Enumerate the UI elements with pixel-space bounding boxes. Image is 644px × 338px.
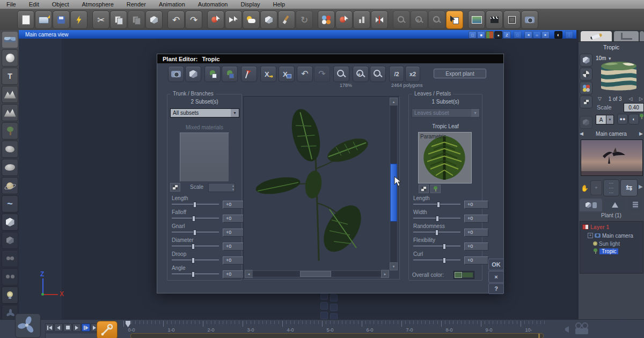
scale-value-input[interactable]: 0.40 xyxy=(624,103,644,112)
render-area-button[interactable] xyxy=(503,11,521,29)
slider-thumb[interactable] xyxy=(193,202,196,208)
render-animation-button[interactable] xyxy=(552,322,572,336)
primitive-tool[interactable] xyxy=(2,232,18,249)
atmosphere-editor-button[interactable] xyxy=(243,11,260,29)
prev-camera-icon[interactable]: ◀ xyxy=(580,131,583,136)
horizontal-scroll-thumb[interactable] xyxy=(300,271,331,277)
tree-row-sun-light[interactable]: Sun light xyxy=(593,240,620,247)
slider-thumb[interactable] xyxy=(192,271,195,277)
dlg-zoom-in-button[interactable]: + xyxy=(353,66,369,82)
leaf-material-button[interactable] xyxy=(419,185,429,193)
zoom-in-button[interactable]: + xyxy=(411,11,428,29)
ok-button[interactable]: OK xyxy=(488,259,504,270)
help-button[interactable]: ? xyxy=(488,283,504,294)
material-ball-button[interactable] xyxy=(580,68,592,80)
plant-brush-button[interactable] xyxy=(639,114,644,123)
sphere-check-button[interactable]: ◐ xyxy=(628,114,639,124)
prev-frame-button[interactable] xyxy=(54,324,63,332)
animation-setup-button[interactable] xyxy=(486,11,503,29)
save-dna-button[interactable]: X xyxy=(279,66,295,82)
trunk-material-preview[interactable] xyxy=(180,133,229,182)
close-button[interactable]: × xyxy=(488,271,504,283)
menu-object[interactable]: Object xyxy=(46,0,76,9)
copy-button[interactable] xyxy=(110,11,127,29)
vp-shaded-button[interactable]: ■ xyxy=(477,31,485,39)
tree-row-tropic[interactable]: Tropic xyxy=(593,248,618,254)
vp-options-button[interactable]: ⋮ xyxy=(565,31,573,39)
view-icon-1[interactable] xyxy=(320,292,328,300)
terrain-water-tool[interactable] xyxy=(2,31,18,48)
menu-animation[interactable]: Animation xyxy=(152,0,192,9)
stop-button[interactable] xyxy=(63,324,72,332)
link-tool[interactable] xyxy=(2,268,18,285)
slider-thumb[interactable] xyxy=(443,244,446,249)
terrain-tool[interactable] xyxy=(2,86,18,103)
timeline-tool-button[interactable] xyxy=(97,321,118,338)
ecosystem-fan-button[interactable] xyxy=(15,313,41,338)
viewport-title-bar[interactable]: Main camera view □ ■ ● Z □ ◂ ∞ ▸ ◐ ⋮ xyxy=(19,30,576,39)
plant-preview-panel[interactable]: ▴ ▾ ◂ ▸ xyxy=(243,96,400,280)
view-icon-4[interactable] xyxy=(330,304,338,311)
import-object-tool[interactable] xyxy=(2,214,18,231)
object-aspect-button[interactable] xyxy=(580,54,592,67)
paste-button[interactable] xyxy=(128,11,145,29)
boolean-tool[interactable] xyxy=(2,250,18,267)
new-scene-button[interactable] xyxy=(17,11,34,29)
trunk-material-edit-button[interactable] xyxy=(170,183,180,192)
post-render-button[interactable] xyxy=(468,11,485,29)
tree-row-main-camera[interactable]: + Main camera xyxy=(588,232,633,239)
load-plant-button[interactable] xyxy=(204,66,221,82)
trunk-scale-input[interactable]: ▴▾ xyxy=(208,183,235,192)
slider-thumb[interactable] xyxy=(192,244,195,249)
bounding-box-button[interactable] xyxy=(185,66,201,82)
vp-prev-button[interactable]: ◂ xyxy=(524,31,532,39)
tab-lights[interactable] xyxy=(604,199,626,211)
timeline-ruler[interactable]: 0-0 1-0 2-0 3-0 4-0 5-0 6-0 7-0 8-0 9-0 … xyxy=(123,321,547,337)
dlg-undo-button[interactable]: ↶ xyxy=(297,66,313,82)
vp-next-button[interactable]: ▸ xyxy=(541,31,550,39)
color-picker-button[interactable] xyxy=(318,11,335,29)
sphere-tool[interactable] xyxy=(2,49,18,67)
tab-objects[interactable] xyxy=(580,199,602,211)
color-set-button[interactable] xyxy=(580,82,592,94)
dlg-zoom-out-button[interactable]: - xyxy=(370,66,386,82)
menu-file[interactable]: File xyxy=(0,0,23,9)
render-preview-button[interactable] xyxy=(168,66,184,82)
leaves-subset-dropdown[interactable]: Leaves subset ▾ xyxy=(412,108,480,117)
leaf-shape-button[interactable] xyxy=(430,185,441,193)
procedural-terrain-tool[interactable] xyxy=(2,104,18,121)
value-box[interactable]: +0 xyxy=(464,215,488,223)
tab-edit[interactable] xyxy=(581,31,612,41)
plant-editor-title-bar[interactable]: Plant Editor: Tropic xyxy=(157,54,503,63)
load-dna-button[interactable]: X xyxy=(260,66,276,82)
play-button[interactable] xyxy=(72,324,81,332)
vp-circle-button[interactable]: ● xyxy=(494,31,502,39)
vp-contrast-button[interactable]: ◐ xyxy=(554,31,562,39)
overall-color-swatch[interactable] xyxy=(453,271,474,279)
open-button[interactable] xyxy=(35,11,52,29)
camera-button[interactable] xyxy=(521,11,538,29)
export-plant-button[interactable]: Export plant xyxy=(434,69,486,78)
render-compare-button[interactable] xyxy=(371,11,388,29)
paste-object-button[interactable] xyxy=(145,11,163,29)
object-thumbnail[interactable] xyxy=(597,60,641,94)
scroll-up-button[interactable]: ▴ xyxy=(390,98,398,106)
prev-icon[interactable]: ◁ xyxy=(628,96,632,101)
texture-arrow-button[interactable] xyxy=(580,95,592,108)
object-properties-button[interactable] xyxy=(260,11,277,29)
zoom-tool-button[interactable] xyxy=(393,11,410,29)
next-frame-button[interactable] xyxy=(82,324,90,332)
slider-thumb[interactable] xyxy=(193,230,196,236)
render-point-button[interactable] xyxy=(207,11,224,29)
save-plant-button[interactable] xyxy=(222,66,238,82)
half-polygons-button[interactable]: /2 xyxy=(389,66,404,82)
quick-save-button[interactable] xyxy=(70,11,87,29)
vertical-scroll-thumb[interactable] xyxy=(390,164,397,222)
scroll-right-button[interactable]: ▸ xyxy=(381,270,389,278)
tab-measure[interactable] xyxy=(614,31,639,41)
go-start-button[interactable] xyxy=(45,324,54,332)
view-icon-5[interactable] xyxy=(320,312,328,319)
slider-thumb[interactable] xyxy=(436,216,439,222)
spinner-arrows[interactable]: ▴▾ xyxy=(232,183,234,191)
planet-tool[interactable] xyxy=(2,177,18,194)
